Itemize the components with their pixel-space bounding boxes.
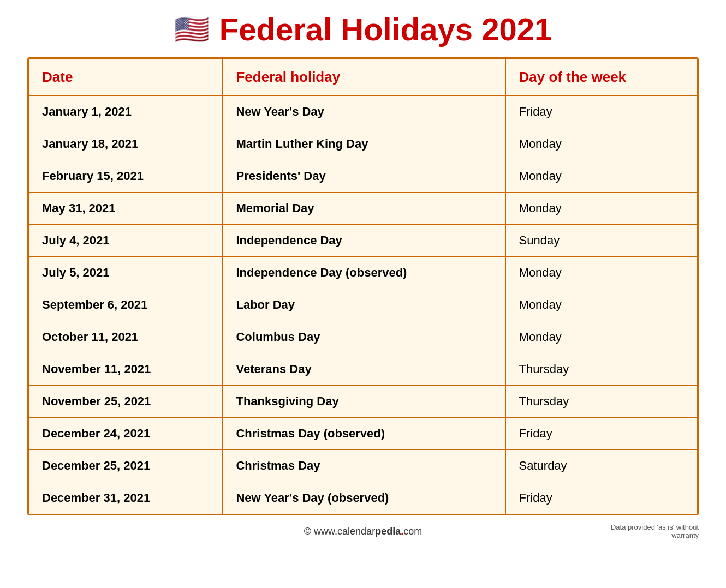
table-row: November 25, 2021Thanksgiving DayThursda… <box>29 386 698 418</box>
footer-warranty: Data provided 'as is' without warranty <box>590 523 699 539</box>
cell-holiday: Memorial Day <box>223 193 505 225</box>
cell-holiday: Christmas Day (observed) <box>223 418 505 450</box>
table-row: December 25, 2021Christmas DaySaturday <box>29 450 698 482</box>
cell-date: January 18, 2021 <box>29 128 223 160</box>
footer-copyright: © www.calendarpedia.com <box>304 526 422 537</box>
cell-date: December 25, 2021 <box>29 450 223 482</box>
cell-holiday: Columbus Day <box>223 321 505 353</box>
footer-pedia-bold: pedia <box>375 526 401 537</box>
table-row: January 18, 2021Martin Luther King DayMo… <box>29 128 698 160</box>
cell-day: Monday <box>505 128 697 160</box>
cell-date: December 24, 2021 <box>29 418 223 450</box>
table-row: January 1, 2021New Year's DayFriday <box>29 96 698 128</box>
cell-holiday: Thanksgiving Day <box>223 386 505 418</box>
table-row: May 31, 2021Memorial DayMonday <box>29 193 698 225</box>
cell-date: July 5, 2021 <box>29 257 223 289</box>
cell-holiday: Veterans Day <box>223 353 505 386</box>
flag-icon: 🇺🇸 <box>174 15 210 44</box>
cell-holiday: Labor Day <box>223 289 505 321</box>
holidays-table-container: Date Federal holiday Day of the week Jan… <box>27 57 699 515</box>
holidays-table: Date Federal holiday Day of the week Jan… <box>28 58 698 514</box>
page-header: 🇺🇸 Federal Holidays 2021 <box>174 11 552 47</box>
table-row: October 11, 2021Columbus DayMonday <box>29 321 698 353</box>
cell-date: July 4, 2021 <box>29 225 223 257</box>
cell-holiday: Christmas Day <box>223 450 505 482</box>
cell-day: Friday <box>505 418 697 450</box>
cell-day: Monday <box>505 160 697 193</box>
cell-holiday: Independence Day <box>223 225 505 257</box>
cell-day: Monday <box>505 193 697 225</box>
cell-holiday: Martin Luther King Day <box>223 128 505 160</box>
table-row: September 6, 2021Labor DayMonday <box>29 289 698 321</box>
table-row: February 15, 2021Presidents' DayMonday <box>29 160 698 193</box>
page-title: Federal Holidays 2021 <box>219 11 552 47</box>
cell-day: Friday <box>505 96 697 128</box>
cell-date: November 11, 2021 <box>29 353 223 386</box>
cell-day: Monday <box>505 321 697 353</box>
cell-date: December 31, 2021 <box>29 482 223 514</box>
table-row: December 31, 2021New Year's Day (observe… <box>29 482 698 514</box>
col-holiday: Federal holiday <box>223 59 505 96</box>
cell-day: Thursday <box>505 386 697 418</box>
cell-date: November 25, 2021 <box>29 386 223 418</box>
table-header-row: Date Federal holiday Day of the week <box>29 59 698 96</box>
cell-date: January 1, 2021 <box>29 96 223 128</box>
table-row: December 24, 2021Christmas Day (observed… <box>29 418 698 450</box>
cell-day: Thursday <box>505 353 697 386</box>
table-row: July 4, 2021Independence DaySunday <box>29 225 698 257</box>
cell-holiday: New Year's Day <box>223 96 505 128</box>
cell-date: May 31, 2021 <box>29 193 223 225</box>
col-day: Day of the week <box>505 59 697 96</box>
cell-holiday: Independence Day (observed) <box>223 257 505 289</box>
cell-date: October 11, 2021 <box>29 321 223 353</box>
table-row: November 11, 2021Veterans DayThursday <box>29 353 698 386</box>
cell-day: Sunday <box>505 225 697 257</box>
cell-day: Friday <box>505 482 697 514</box>
cell-holiday: New Year's Day (observed) <box>223 482 505 514</box>
cell-date: February 15, 2021 <box>29 160 223 193</box>
page-footer: © www.calendarpedia.com Data provided 'a… <box>27 523 699 539</box>
cell-day: Monday <box>505 257 697 289</box>
table-row: July 5, 2021Independence Day (observed)M… <box>29 257 698 289</box>
cell-day: Saturday <box>505 450 697 482</box>
col-date: Date <box>29 59 223 96</box>
cell-date: September 6, 2021 <box>29 289 223 321</box>
cell-day: Monday <box>505 289 697 321</box>
footer-com: com <box>403 526 422 537</box>
cell-holiday: Presidents' Day <box>223 160 505 193</box>
